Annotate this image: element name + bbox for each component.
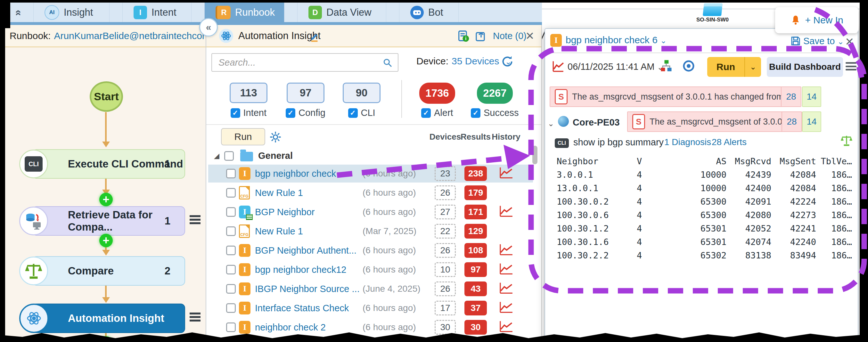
history-chart-icon[interactable] [499, 301, 513, 315]
new-intent-button[interactable]: + New In [775, 7, 858, 33]
list-item-new-rule-1[interactable]: CFGNew Rule 1(6 hours ago)26179 [208, 184, 533, 202]
devices-count[interactable]: 10 [435, 262, 456, 277]
flow-node-retrieve-data[interactable]: Retrieve Data for Compa... 1 [32, 206, 185, 236]
stat-checkbox-cli[interactable]: ✓CLI [348, 107, 375, 118]
checkbox-checked[interactable]: ✓ [230, 108, 240, 118]
run-button[interactable]: Run [221, 128, 265, 145]
flow-node-execute-cli[interactable]: CLI Execute CLI Command 1 [32, 149, 185, 179]
devices-count[interactable]: 23 [435, 166, 456, 181]
diagnosis-link[interactable]: 1 Diagnosis [664, 137, 711, 147]
results-count-badge[interactable]: 108 [464, 243, 487, 258]
flow-node-compare[interactable]: Compare 2 [32, 256, 185, 286]
search-icon[interactable] [382, 58, 393, 68]
add-step-button[interactable]: + [99, 193, 113, 206]
list-item-bgp-neighbor-check12[interactable]: Ibgp neighbor check12(6 hours ago)1097 [208, 261, 533, 279]
item-name-link[interactable]: neighbor check 2 [255, 322, 326, 333]
result-timestamp-dropdown[interactable]: 06/11/2025 11:41 AM ⌄ [567, 61, 664, 72]
item-name-link[interactable]: IBGP Neighbor Source ... [255, 284, 360, 294]
collapse-panel-button[interactable]: « [199, 18, 218, 36]
row-checkbox[interactable] [226, 246, 236, 255]
history-chart-icon[interactable] [499, 205, 513, 219]
item-name-link[interactable]: BGP Neighbor Authent... [255, 245, 356, 256]
add-step-button[interactable]: + [99, 336, 113, 339]
alert-count[interactable]: 28 [781, 112, 801, 131]
stat-checkbox-alert[interactable]: ✓Alert [421, 107, 453, 118]
devices-count[interactable]: 22 [435, 224, 456, 239]
export-map-icon[interactable] [475, 29, 488, 42]
alerts-link[interactable]: 28 Alerts [712, 137, 747, 147]
row-checkbox[interactable] [226, 303, 236, 313]
devices-count[interactable]: 30 [435, 320, 456, 335]
devices-count[interactable]: 27 [435, 205, 456, 219]
tab-intent[interactable]: IIntent [122, 3, 191, 22]
cli-command[interactable]: show ip bgp summary [573, 137, 664, 148]
row-checkbox[interactable] [226, 207, 236, 217]
results-count-badge[interactable]: 171 [464, 205, 487, 219]
row-checkbox[interactable] [226, 169, 236, 178]
gear-icon[interactable] [269, 131, 282, 144]
item-name-link[interactable]: New Rule 1 [255, 188, 303, 198]
history-chart-icon[interactable] [552, 60, 565, 73]
results-count-badge[interactable]: 97 [464, 262, 487, 277]
alert-count[interactable]: 28 [781, 87, 801, 106]
tab-bot[interactable]: Bot [399, 3, 459, 22]
results-count-badge[interactable]: 30 [464, 320, 487, 335]
history-chart-icon[interactable] [499, 167, 513, 180]
panel-menu-icon[interactable] [845, 62, 857, 70]
row-checkbox[interactable] [226, 188, 236, 197]
list-item-bgp-neighbor[interactable]: IBGP Neighbor(6 hours ago)27171 [208, 203, 533, 221]
view-target-icon[interactable] [682, 60, 695, 72]
success-count[interactable]: 14 [802, 112, 821, 132]
list-item-bgp-neighbor-check[interactable]: Ibgp neighbor check(6 hours ago)23238 [208, 164, 533, 183]
column-header-devices[interactable]: Devices [430, 132, 461, 142]
intent-title-dropdown[interactable]: bgp neighbor check 6 ⌄ [566, 35, 666, 45]
history-chart-icon[interactable] [499, 282, 513, 296]
flow-node-automation-insight[interactable]: Automation Insight [32, 304, 185, 333]
run-intent-button[interactable]: Run ⌄ [707, 57, 761, 77]
close-detail-icon[interactable]: ✕ [845, 35, 854, 48]
tree-expand-icon[interactable]: ◢ [214, 152, 219, 160]
results-count-badge[interactable]: 43 [464, 281, 487, 296]
results-count-badge[interactable]: 238 [464, 166, 487, 181]
tab-dataview[interactable]: DData View [297, 3, 386, 22]
devices-count[interactable]: 26 [435, 281, 456, 296]
success-count[interactable]: 14 [802, 87, 821, 107]
history-chart-icon[interactable] [499, 263, 513, 276]
row-checkbox[interactable] [226, 322, 236, 332]
checkbox-checked[interactable]: ✓ [471, 108, 480, 118]
save-icon[interactable] [790, 35, 801, 47]
results-count-badge[interactable]: 179 [464, 185, 487, 200]
map-device-icon[interactable] [703, 3, 722, 16]
scrollbar-handle[interactable] [532, 146, 537, 164]
folder-row[interactable]: ◢ General [206, 149, 541, 164]
stat-checkbox-intent[interactable]: ✓Intent [230, 107, 267, 118]
folder-checkbox[interactable] [224, 151, 234, 161]
runbook-name-link[interactable]: ArunKumarBelide@netbraintechcom Runbo [54, 30, 206, 41]
build-dashboard-button[interactable]: Build Dashboard [767, 57, 843, 77]
row-checkbox[interactable] [226, 284, 236, 293]
column-header-results[interactable]: Results [461, 132, 491, 142]
checkbox-checked[interactable]: ✓ [348, 108, 358, 118]
device-name[interactable]: Core-PE03 [573, 117, 620, 128]
tab-insight[interactable]: AIInsight [33, 3, 110, 22]
note-button[interactable]: Note (0) [493, 31, 527, 41]
map-note-icon[interactable]: i [457, 29, 470, 42]
column-header-history[interactable]: History [492, 132, 521, 142]
refresh-icon[interactable] [501, 55, 514, 68]
tab-runbook[interactable]: RRunbook [204, 3, 284, 22]
devices-count[interactable]: 17 [435, 301, 456, 315]
device-expand-icon[interactable]: ⌄ [548, 119, 554, 128]
list-item-interface-status-check[interactable]: IInterface Status Check(6 hours ago)1737 [208, 299, 533, 317]
device-tree-icon[interactable] [659, 59, 673, 73]
add-step-button[interactable]: + [99, 234, 113, 247]
device-filter[interactable]: Device:35 Devices ⌄ [413, 56, 512, 67]
results-count-badge[interactable]: 129 [464, 224, 487, 239]
alert-summary-bar[interactable]: S The as_msgrcvd_msgsent of 3.0.0.1 has … [550, 87, 801, 107]
device-alert-bar[interactable]: S The as_msgrcvd_msgsent of 3.0.0.1 ha..… [627, 112, 802, 132]
stat-checkbox-success[interactable]: ✓Success [471, 107, 519, 118]
close-panel-icon[interactable]: ✕ [525, 29, 534, 42]
results-count-badge[interactable]: 37 [464, 301, 487, 315]
item-name-link[interactable]: bgp neighbor check12 [255, 265, 346, 275]
item-name-link[interactable]: New Rule 1 [255, 226, 303, 237]
row-checkbox[interactable] [226, 265, 236, 274]
